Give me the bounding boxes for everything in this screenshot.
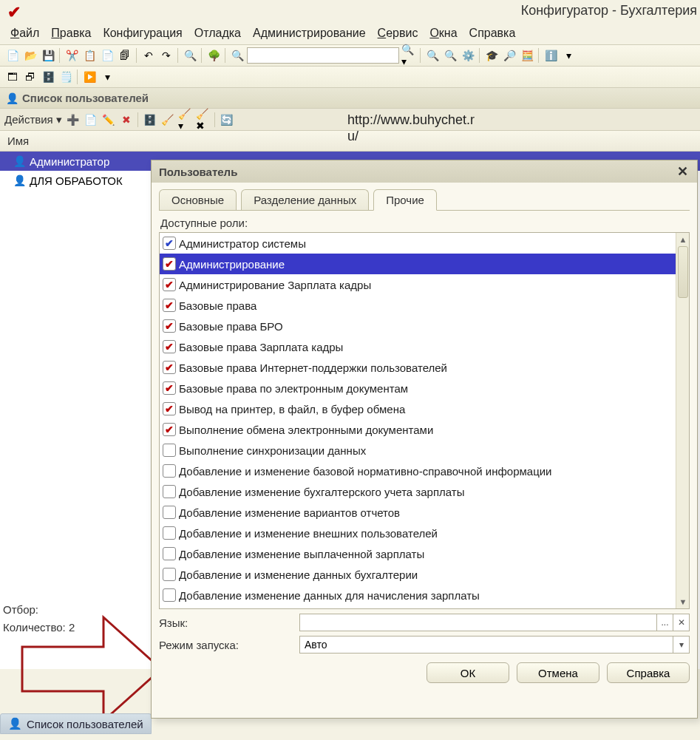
role-item[interactable]: Базовые права по электронным документам [160,378,676,398]
role-item[interactable]: Выполнение синхронизации данных [160,440,676,461]
role-item[interactable]: Добавление и изменение базовой нормативн… [160,461,676,481]
checkbox[interactable] [163,547,176,560]
form-icon[interactable]: 🗒️ [58,69,74,85]
user-hat-icon[interactable]: 🎓 [483,47,500,64]
role-item[interactable]: Вывод на принтер, в файл, в буфер обмена [160,398,676,419]
search-go-icon[interactable]: 🔍▾ [401,47,417,64]
info-icon[interactable]: ℹ️ [543,47,559,64]
open-icon[interactable]: 📂 [22,47,38,64]
tab-main[interactable]: Основные [159,189,237,210]
checkbox[interactable] [163,423,176,436]
checkbox[interactable] [163,340,176,353]
role-item[interactable]: Добавление изменение вариантов отчетов [160,502,676,523]
lang-select-button[interactable]: ... [656,614,673,631]
tab-other[interactable]: Прочие [373,189,437,211]
role-item[interactable]: Базовые права БРО [160,316,676,336]
db-icon[interactable]: 🗄️ [40,69,56,85]
role-item[interactable]: Администрирование [160,254,676,274]
run-icon[interactable]: ▶️ [81,69,98,85]
checkbox[interactable] [163,506,176,519]
settings-icon[interactable]: ⚙️ [460,47,476,64]
filter-clear-icon[interactable]: 🧹✖ [195,112,211,128]
menu-service[interactable]: Сервисdocument.currentScript.previousSib… [378,27,418,40]
role-item[interactable]: Базовые права Интернет-поддержки пользов… [160,357,676,378]
role-item[interactable]: Добавление и изменение внешних пользоват… [160,523,676,543]
add-icon[interactable]: ➕ [65,112,81,128]
checkbox[interactable] [163,588,176,602]
zoom-out-icon[interactable]: 🔍 [442,47,458,64]
checkbox[interactable] [163,257,176,271]
menu-file[interactable]: Файлdocument.currentScript.previousSibli… [10,27,39,40]
menu-help[interactable]: Справка [469,27,516,40]
role-item[interactable]: Добавление и изменение данных бухгалтери… [160,564,676,585]
checkbox[interactable] [163,464,176,478]
windows-icon[interactable]: 🗗 [22,69,38,85]
cancel-button[interactable]: Отмена [517,662,599,683]
undo-icon[interactable]: ↶ [140,47,157,64]
user-search-icon[interactable]: 🔎 [501,47,517,64]
lang-input[interactable]: ... ✕ [299,614,690,631]
role-item[interactable]: Базовые права Зарплата кадры [160,336,676,357]
scroll-up-icon[interactable]: ▲ [676,233,690,246]
find-icon[interactable]: 🔍 [182,47,198,64]
zoom-in-icon[interactable]: 🔍 [424,47,441,64]
role-item[interactable]: Добавление изменение бухгалтерского учет… [160,481,676,502]
chevron-down-icon[interactable]: ▾ [673,636,689,654]
tree-icon[interactable]: 🌳 [205,47,222,64]
copy-icon[interactable]: 📋 [81,47,98,64]
tab-split[interactable]: Разделение данных [241,189,369,210]
checkbox[interactable] [163,402,176,415]
lang-clear-button[interactable]: ✕ [673,614,689,631]
menu-admin[interactable]: Администрирование [253,27,366,40]
run-dd-icon[interactable]: ▾ [99,69,115,85]
close-icon[interactable]: ✕ [675,164,690,179]
new-doc-icon[interactable]: 📄 [4,47,21,64]
footer-tab[interactable]: 👤 Список пользователей [0,713,152,734]
search-input[interactable] [247,47,399,64]
scroll-down-icon[interactable]: ▼ [676,595,690,608]
help-dropdown-icon[interactable]: ▾ [560,47,577,64]
checkbox[interactable] [163,485,176,498]
zoom-icon[interactable]: 🔍 [229,47,245,64]
menu-config[interactable]: Конфигурация [103,27,182,40]
copy-item-icon[interactable]: 📄 [83,112,99,128]
checkbox[interactable] [163,444,176,457]
checkbox[interactable] [163,319,176,333]
save-icon[interactable]: 💾 [40,47,56,64]
menu-debug[interactable]: Отладка [194,27,241,40]
help-button[interactable]: Справка [607,662,690,683]
compare-icon[interactable]: 🗐 [117,47,133,64]
edit-icon[interactable]: ✏️ [101,112,117,128]
actions-label[interactable]: Действия ▾ [4,113,62,126]
mode-select[interactable]: Авто ▾ [299,636,690,654]
paste-icon[interactable]: 📄 [99,47,115,64]
delete-icon[interactable]: ✖ [118,112,135,128]
window-icon[interactable]: 🗔 [4,69,21,85]
filter1-icon[interactable]: 🗄️ [142,112,158,128]
role-item[interactable]: Базовые права [160,295,676,316]
filter2-icon[interactable]: 🧹 [160,112,176,128]
checkbox[interactable] [163,237,176,250]
checkbox[interactable] [163,568,176,581]
checkbox[interactable] [163,526,176,540]
checkbox[interactable] [163,381,176,395]
ok-button[interactable]: ОК [427,662,509,683]
filter3-icon[interactable]: 🧹▾ [177,112,194,128]
cut-icon[interactable]: ✂️ [64,47,80,64]
scroll-thumb[interactable] [678,246,688,298]
role-label: Базовые права Зарплата кадры [179,341,343,353]
checkbox[interactable] [163,278,176,291]
role-item[interactable]: Администрирование Зарплата кадры [160,274,676,295]
checkbox[interactable] [163,299,176,312]
menu-edit[interactable]: Правкаdocument.currentScript.previousSib… [51,27,91,40]
role-item[interactable]: Администратор системы [160,233,676,254]
scrollbar[interactable]: ▲ ▼ [676,233,689,608]
refresh-icon[interactable]: 🔄 [219,112,235,128]
role-item[interactable]: Добавление изменение выплаченной зарплат… [160,543,676,564]
redo-icon[interactable]: ↷ [158,47,174,64]
role-item[interactable]: Добавление изменение данных для начислен… [160,585,676,605]
calc-icon[interactable]: 🧮 [519,47,535,64]
menu-windows[interactable]: Окнаdocument.currentScript.previousSibli… [429,27,457,40]
checkbox[interactable] [163,361,176,374]
role-item[interactable]: Выполнение обмена электронными документа… [160,419,676,440]
